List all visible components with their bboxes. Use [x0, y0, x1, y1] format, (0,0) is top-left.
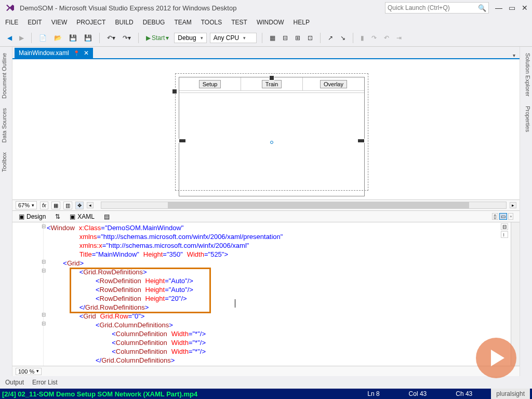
vs-logo-icon — [4, 2, 16, 14]
code-zoom-combo[interactable]: 100 % — [16, 368, 42, 375]
swap-panes-icon[interactable]: ⇅ — [55, 213, 60, 220]
maximize-button[interactable]: ▭ — [509, 4, 515, 12]
platform-combo[interactable]: Any CPU — [210, 33, 257, 43]
xaml-designer: Setup Train Overlay — [12, 59, 520, 200]
fold-icon[interactable]: ⊟ — [42, 312, 46, 317]
menu-tools[interactable]: TOOLS — [201, 19, 222, 26]
document-tab-label: MainWindow.xaml — [19, 49, 69, 57]
zoom-combo[interactable]: 67% — [16, 201, 37, 209]
menu-build[interactable]: BUILD — [115, 19, 133, 26]
resize-handle-icon[interactable] — [269, 75, 274, 81]
snap-icon[interactable]: ▥ — [63, 202, 72, 209]
split-toggle-icon[interactable]: ⊟ — [501, 223, 508, 230]
tool-icon-4[interactable]: ⊡ — [305, 33, 315, 43]
output-tab[interactable]: Output — [5, 379, 24, 386]
effects-icon[interactable]: fx — [40, 202, 48, 209]
new-project-icon[interactable]: 📄 — [37, 33, 49, 43]
tool-icon-8[interactable]: ↷ — [369, 33, 379, 43]
center-marker-icon — [270, 141, 273, 144]
tool-icon-9[interactable]: ↶ — [382, 33, 391, 43]
menu-team[interactable]: TEAM — [174, 19, 191, 26]
menu-project[interactable]: PROJECT — [76, 19, 105, 26]
quick-launch[interactable]: 🔍 — [385, 2, 489, 14]
menu-debug[interactable]: DEBUG — [143, 19, 165, 26]
xaml-tab[interactable]: ▣ XAML — [70, 213, 95, 220]
snap-lines-icon[interactable]: ✥ — [75, 202, 84, 209]
nav-fwd-button[interactable]: ▶ — [17, 33, 26, 43]
fold-icon[interactable]: ⊟ — [42, 259, 46, 264]
config-combo[interactable]: Debug — [174, 33, 206, 43]
save-icon[interactable]: 💾 — [67, 33, 79, 43]
panel-properties[interactable]: Properties — [520, 103, 532, 135]
save-all-icon[interactable]: 💾 — [82, 33, 94, 43]
menu-test[interactable]: TEST — [231, 19, 247, 26]
split-vertical-icon[interactable]: ▯ — [492, 213, 498, 220]
open-file-icon[interactable]: 📂 — [52, 33, 64, 43]
panel-solution-explorer[interactable]: Solution Explorer — [520, 50, 532, 100]
designer-hscroll[interactable] — [101, 202, 507, 209]
status-ch: Ch 43 — [456, 390, 472, 397]
grid-icon[interactable]: ▦ — [51, 202, 60, 209]
xaml-doc-icon[interactable]: ▤ — [104, 213, 110, 220]
status-line: Ln 8 — [367, 390, 379, 397]
toolbar: ◀ ▶ 📄 📂 💾 💾 ↶▾ ↷▾ ▶ Start ▾ Debug Any CP… — [0, 29, 532, 47]
collapse-pane-icon[interactable]: ▫ — [508, 213, 513, 220]
xaml-editor: ⊟ ⊟ ⊟ ⊟ ⊟ <Window x:Class="DemoSOM.MainW… — [12, 222, 520, 366]
tab-overflow-icon[interactable]: ▾ — [511, 52, 517, 58]
design-window[interactable]: Setup Train Overlay — [179, 77, 365, 196]
status-col: Col 43 — [409, 390, 427, 397]
menu-window[interactable]: WINDOW — [257, 19, 284, 26]
quick-launch-input[interactable] — [388, 4, 478, 11]
tool-icon-7[interactable]: ▮ — [358, 33, 366, 43]
scroll-left-icon[interactable]: ◂ — [87, 202, 94, 208]
search-icon[interactable]: 🔍 — [478, 4, 486, 12]
fold-icon[interactable]: ⊟ — [42, 268, 46, 273]
menu-edit[interactable]: EDIT — [28, 19, 42, 26]
menu-bar: FILE EDIT VIEW PROJECT BUILD DEBUG TEAM … — [0, 16, 532, 29]
split-horizontal-icon[interactable]: ▭ — [499, 213, 507, 220]
redo-button[interactable]: ↷▾ — [121, 33, 133, 43]
design-tab[interactable]: ▣ Design — [19, 213, 46, 220]
text-cursor — [235, 299, 235, 308]
undo-button[interactable]: ↶▾ — [105, 33, 117, 43]
nav-back-button[interactable]: ◀ — [5, 33, 14, 43]
resize-handle-icon[interactable] — [172, 89, 177, 94]
panel-data-sources[interactable]: Data Sources — [0, 105, 12, 146]
tool-icon-10[interactable]: ⇥ — [394, 33, 404, 43]
menu-file[interactable]: FILE — [5, 19, 18, 26]
status-bar: [2/4] 02_11-SOM Demo Setup SOM Network (… — [0, 389, 532, 399]
video-play-button[interactable] — [476, 338, 516, 378]
close-button[interactable]: ✕ — [522, 4, 528, 12]
tool-icon-3[interactable]: ⊞ — [293, 33, 302, 43]
tab-close-icon[interactable]: ✕ — [84, 49, 89, 57]
tool-icon-6[interactable]: ↘ — [338, 33, 348, 43]
panel-toolbox[interactable]: Toolbox — [0, 149, 12, 175]
scroll-right-icon[interactable]: ▸ — [510, 202, 516, 208]
status-file: [2/4] 02_11-SOM Demo Setup SOM Network (… — [2, 390, 197, 398]
fold-icon[interactable]: ⊟ — [42, 223, 46, 229]
menu-view[interactable]: VIEW — [51, 19, 68, 26]
tool-icon-2[interactable]: ⊟ — [281, 33, 290, 43]
track-changes-icon[interactable]: ↕ — [501, 231, 508, 238]
brand-label: pluralsight — [491, 389, 530, 399]
fold-icon[interactable]: ⊟ — [42, 321, 46, 326]
window-title: DemoSOM - Microsoft Visual Studio Expres… — [20, 4, 236, 12]
start-button[interactable]: ▶ Start ▾ — [144, 33, 171, 43]
tool-icon-1[interactable]: ▦ — [268, 33, 277, 43]
document-tab[interactable]: MainWindow.xaml 📍 ✕ — [15, 48, 93, 58]
panel-document-outline[interactable]: Document Outline — [0, 50, 12, 102]
error-list-tab[interactable]: Error List — [32, 379, 58, 386]
code-content[interactable]: <Window x:Class="DemoSOM.MainWindow" xml… — [44, 222, 511, 366]
play-icon — [491, 350, 504, 366]
pin-icon[interactable]: 📍 — [73, 50, 79, 56]
menu-help[interactable]: HELP — [294, 19, 310, 26]
resize-handle-icon[interactable] — [357, 139, 365, 143]
resize-handle-icon[interactable] — [179, 139, 186, 143]
code-vscroll[interactable] — [511, 222, 520, 366]
tool-icon-5[interactable]: ↗ — [326, 33, 335, 43]
minimize-button[interactable]: — — [495, 4, 502, 12]
